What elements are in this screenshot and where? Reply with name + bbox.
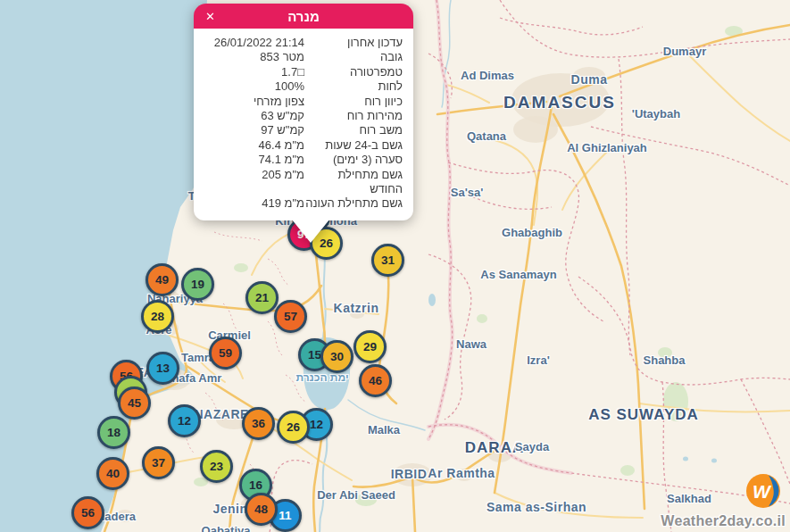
station-marker[interactable]: 19 — [181, 268, 214, 301]
popup-row-label: לחות — [304, 79, 403, 94]
popup-title: מנרה — [287, 9, 320, 24]
popup-row: גשם מתחילת החודש205 מ"מ — [204, 168, 403, 197]
popup-rows: עדכון אחרון26/01/2022 21:14גובה853 מטרטמ… — [194, 29, 413, 220]
station-marker[interactable]: 40 — [96, 457, 129, 490]
close-icon[interactable]: ✕ — [205, 11, 215, 22]
popup-row-value: 63 קמ"ש — [204, 109, 304, 123]
popup-row: משב רוח97 קמ"ש — [204, 123, 403, 137]
popup-row: גובה853 מטר — [204, 50, 403, 64]
popup-row-label: גשם מתחילת העונה — [304, 196, 403, 211]
popup-row-label: מהירות רוח — [304, 109, 403, 123]
station-marker[interactable]: 36 — [242, 407, 275, 440]
station-marker[interactable]: 30 — [320, 340, 353, 373]
station-marker[interactable]: 49 — [146, 263, 179, 296]
station-marker[interactable]: 26 — [277, 411, 310, 444]
station-marker[interactable]: 56 — [71, 496, 104, 529]
popup-row-value: צפון מזרחי — [204, 95, 304, 109]
popup-row-label: טמפרטורה — [304, 65, 403, 79]
popup-row-value: 74.1 מ"מ — [204, 153, 304, 167]
popup-row-label: גובה — [304, 50, 403, 64]
popup-row-label: גשם מתחילת החודש — [304, 168, 403, 197]
popup-row: לחות100% — [204, 79, 403, 94]
station-marker[interactable]: 31 — [371, 244, 404, 277]
station-marker[interactable]: 59 — [209, 337, 242, 370]
popup-row-value: 46.4 מ"מ — [204, 138, 304, 153]
station-marker[interactable]: 29 — [353, 330, 387, 363]
popup-row: טמפרטורה1.7□ — [204, 65, 403, 79]
popup-row-value: 26/01/2022 21:14 — [204, 36, 304, 50]
popup-tail — [292, 220, 329, 243]
station-marker[interactable]: 45 — [118, 387, 151, 420]
station-marker[interactable]: 46 — [359, 364, 392, 397]
popup-row: כיוון רוחצפון מזרחי — [204, 95, 403, 109]
popup-row-value: 1.7□ — [204, 65, 304, 79]
popup-row: גשם ב-24 שעות46.4 מ"מ — [204, 138, 403, 153]
popup-row-label: כיוון רוח — [304, 95, 403, 109]
station-marker[interactable]: 13 — [146, 352, 179, 385]
station-marker[interactable]: 18 — [97, 416, 130, 449]
popup-row-value: 853 מטר — [204, 50, 304, 64]
station-marker[interactable]: 48 — [245, 493, 278, 526]
station-marker[interactable]: 28 — [141, 300, 174, 333]
station-popup: ✕ מנרה עדכון אחרון26/01/2022 21:14גובה85… — [194, 4, 413, 220]
station-marker[interactable]: 23 — [200, 450, 233, 483]
station-marker[interactable]: 37 — [142, 446, 175, 479]
station-marker[interactable]: 12 — [168, 404, 201, 437]
station-marker[interactable]: 57 — [274, 300, 307, 333]
popup-row-label: גשם ב-24 שעות — [304, 138, 403, 153]
popup-row-label: סערה (3 ימים) — [304, 153, 403, 167]
popup-row-value: 419 מ"מ — [204, 196, 304, 211]
map[interactable]: DumayrAd DimasDumaDAMASCUS'UtaybahQatana… — [0, 0, 790, 532]
popup-row-label: עדכון אחרון — [304, 36, 403, 50]
popup-row-label: משב רוח — [304, 123, 403, 137]
station-marker[interactable]: 21 — [245, 281, 279, 314]
popup-row-value: 205 מ"מ — [204, 168, 304, 197]
popup-row-value: 97 קמ"ש — [204, 123, 304, 137]
popup-row: גשם מתחילת העונה419 מ"מ — [204, 196, 403, 211]
popup-header: ✕ מנרה — [194, 4, 413, 29]
popup-row: מהירות רוח63 קמ"ש — [204, 109, 403, 123]
popup-row-value: 100% — [204, 79, 304, 94]
popup-row: עדכון אחרון26/01/2022 21:14 — [204, 36, 403, 50]
popup-row: סערה (3 ימים)74.1 מ"מ — [204, 153, 403, 167]
